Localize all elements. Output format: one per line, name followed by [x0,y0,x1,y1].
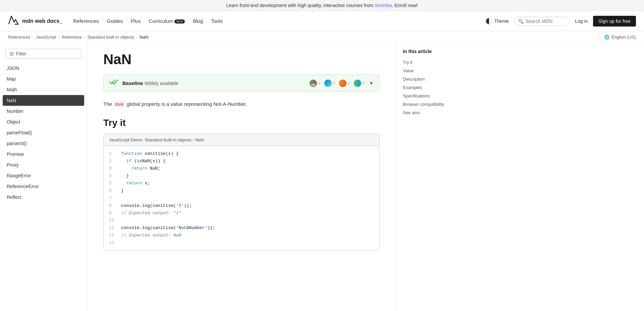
theme-label: Theme [494,18,509,24]
sidebar-item-number[interactable]: Number [0,106,87,117]
baseline-label: Baseline [122,80,143,86]
breadcrumb-references[interactable]: References [8,35,30,40]
toc-title: In this article [403,49,463,54]
sidebar-item-parseint[interactable]: parseInt() [0,138,87,149]
locale-label: English (US) [611,35,636,40]
code-line-1: 1 function sanitise(x) { [109,150,374,158]
search-input[interactable] [526,18,566,24]
main-content: NaN Baseline Widely available ✓ [87,43,396,311]
sidebar-scroll: JSON Map Math NaN Number Object parseFlo… [0,63,87,203]
description: The NaN global property is a value repre… [103,100,380,108]
sidebar-item-rangeerror[interactable]: RangeError [0,170,87,181]
safari-check: ✓ [362,81,365,86]
code-line-4: 4 } [109,172,374,180]
sidebar-item-referenceerror[interactable]: ReferenceError [0,181,87,192]
nav-references[interactable]: References [73,17,99,25]
firefox-badge: ✓ [339,80,351,87]
code-demo-header: JavaScript Demo: Standard built-in objec… [104,134,379,146]
code-line-9: 9 // Expected output: "1" [109,210,374,217]
banner-suffix: . Enroll now! [392,3,418,8]
sidebar-item-map[interactable]: Map [0,74,87,84]
edge-badge: ✓ [324,80,336,87]
firefox-check: ✓ [347,81,351,86]
code-line-8: 8 console.log(sanitise('1')); [109,202,374,210]
toc-specifications[interactable]: Specifications [403,92,463,100]
browser-icons: ✓ ✓ ✓ ✓ [310,79,374,88]
firefox-icon [339,80,346,87]
breadcrumb: References › JavaScript › Reference › St… [0,31,644,43]
header-right: Theme 🔍 Log in Sign up for free [486,16,636,27]
sidebar-item-parsefloat[interactable]: parseFloat() [0,127,87,138]
code-line-6: 6 } [109,187,374,194]
filter-icon: ⊟ [10,51,14,56]
code-demo-box: JavaScript Demo: Standard built-in objec… [103,134,380,251]
toc-try-it[interactable]: Try it [403,58,463,66]
try-it-title: Try it [103,118,380,128]
sidebar-item-reflect[interactable]: Reflect [0,192,87,203]
sidebar-item-promise[interactable]: Promise [0,149,87,160]
code-line-10: 10 [109,217,374,224]
breadcrumb-current: NaN [140,35,148,40]
search-box: 🔍 [514,17,570,26]
chrome-badge: ✓ [310,80,321,87]
code-body: 1 function sanitise(x) { 2 if (isNaN(x))… [104,146,379,251]
globe-icon: 🌐 [604,35,609,40]
nav-tools[interactable]: Tools [211,17,223,25]
nav-plus[interactable]: Plus [131,17,141,25]
theme-button[interactable]: Theme [486,18,509,25]
edge-check: ✓ [332,81,336,86]
toc-examples[interactable]: Examples [403,83,463,92]
logo-icon [8,15,20,27]
signup-button[interactable]: Sign up for free [593,16,636,27]
chrome-icon [310,80,317,87]
toc-value[interactable]: Value [403,66,463,75]
banner-link[interactable]: Scrimba [375,3,392,8]
logo[interactable]: mdn web docs_ [8,15,62,27]
breadcrumb-javascript[interactable]: JavaScript [36,35,56,40]
search-icon: 🔍 [518,18,524,24]
code-line-7: 7 [109,195,374,202]
sidebar-item-nan[interactable]: NaN [3,95,84,106]
description-code: NaN [113,101,125,107]
code-line-3: 3 return NaN; [109,165,374,172]
code-line-13: 13 [109,239,374,247]
nav-blog[interactable]: Blog [193,17,203,25]
description-after: global property is a value representing … [125,101,247,107]
safari-icon [354,80,361,87]
filter-label: Filter [16,51,26,56]
page-title: NaN [103,51,380,68]
breadcrumb-reference[interactable]: Reference [62,35,82,40]
toc-browser-compatibility[interactable]: Browser compatibility [403,100,463,108]
theme-icon [486,18,492,25]
banner-text: Learn front-end development with high qu… [226,3,375,8]
baseline-expand-button[interactable]: ▾ [369,79,374,88]
chrome-check: ✓ [318,81,321,86]
page-layout: ⊟ Filter JSON Map Math NaN Number Object… [0,43,644,311]
filter-button[interactable]: ⊟ Filter [5,49,82,59]
top-banner: Learn front-end development with high qu… [0,0,644,11]
toc-see-also[interactable]: See also [403,108,463,117]
baseline-text: Widely available [145,81,178,86]
code-line-5: 5 return x; [109,180,374,187]
nav-curriculum[interactable]: CurriculumNEW [149,17,185,25]
toc-description[interactable]: Description [403,75,463,83]
code-line-11: 11 console.log(sanitise('NotANumber')); [109,224,374,232]
login-button[interactable]: Log in [575,18,588,24]
nav-guides[interactable]: Guides [107,17,123,25]
breadcrumb-locale[interactable]: 🌐 English (US) [604,35,636,40]
breadcrumb-sep-1: › [32,35,34,40]
header: mdn web docs_ References Guides Plus Cur… [0,11,644,31]
sidebar-item-json[interactable]: JSON [0,63,87,74]
baseline-box: Baseline Widely available ✓ ✓ [103,74,380,92]
sidebar-item-object[interactable]: Object [0,117,87,127]
breadcrumb-standard-objects[interactable]: Standard built-in objects [87,35,134,40]
sidebar-item-math[interactable]: Math [0,84,87,95]
description-before: The [103,101,113,107]
sidebar: ⊟ Filter JSON Map Math NaN Number Object… [0,43,87,311]
baseline-check-icon [109,79,118,88]
breadcrumb-sep-2: › [58,35,60,40]
breadcrumb-sep-4: › [136,35,138,40]
safari-badge: ✓ [354,80,365,87]
toc-panel: In this article Try it Value Description… [396,43,470,311]
sidebar-item-proxy[interactable]: Proxy [0,160,87,170]
